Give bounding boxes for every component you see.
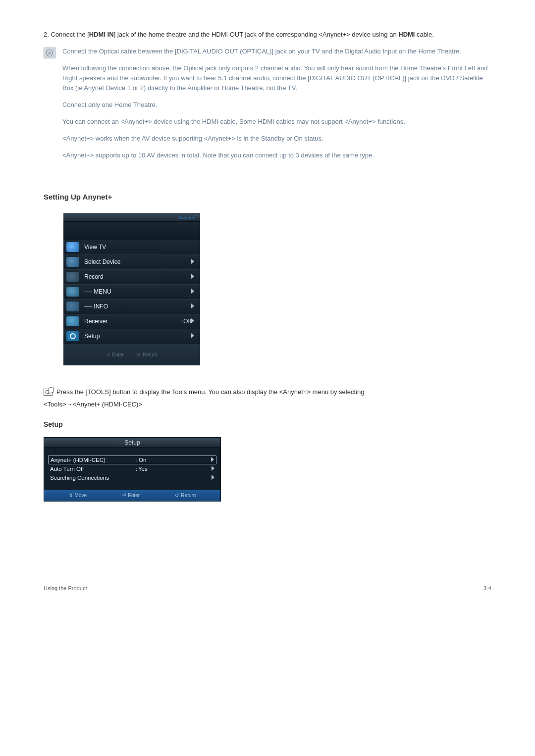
- menu-item-record[interactable]: Record: [63, 269, 200, 284]
- anynet-footer: ⏎Enter ↺Return: [63, 344, 200, 365]
- chevron-right-icon: [211, 457, 214, 463]
- note-item: <Anynet+> works when the AV device suppo…: [62, 134, 491, 144]
- return-icon: ↺: [175, 493, 179, 498]
- menu-item-info[interactable]: ---- INFO: [63, 299, 200, 314]
- menu-item-label: ---- MENU: [84, 288, 191, 295]
- setup-row-auto-turn-off[interactable]: Auto Turn Off : Yes: [48, 464, 216, 473]
- tools-instruction: Press the [TOOLS] button to display the …: [44, 387, 491, 397]
- note-items: Connect the Optical cable between the [D…: [62, 47, 491, 168]
- footer-move-hint: ⇕Move: [69, 493, 87, 498]
- note-item: Connect only one Home Theatre.: [62, 100, 491, 110]
- note-item: Connect the Optical cable between the [D…: [62, 47, 491, 56]
- step-2-text: 2. Connect the [HDMI IN] jack of the hom…: [44, 30, 491, 40]
- record-icon: [66, 272, 79, 282]
- setup-title: Setup: [44, 438, 220, 448]
- footer-return-hint: ↺Return: [175, 493, 196, 498]
- chevron-right-icon: [191, 289, 194, 295]
- note-block: Connect the Optical cable between the [D…: [44, 47, 491, 168]
- tools-path: <Tools>→<Anynet+ (HDMI-CEC)>: [44, 400, 491, 409]
- tv-icon: [66, 242, 79, 252]
- menu-item-receiver[interactable]: Receiver :Off: [63, 314, 200, 329]
- menu-icon: [66, 287, 79, 297]
- footer-enter-hint: ⏎Enter: [106, 352, 124, 357]
- setup-row-value: On: [139, 457, 211, 463]
- anynet-logo-row: Anynet+: [63, 213, 200, 222]
- footer-enter-hint: ⏎Enter: [122, 493, 140, 498]
- colon: :: [134, 457, 139, 463]
- updown-icon: ⇕: [69, 493, 73, 498]
- setup-row-label: Auto Turn Off: [50, 466, 133, 472]
- footer-return-hint: ↺Return: [137, 352, 158, 357]
- setup-row-label: Searching Connections: [50, 475, 133, 481]
- colon: :: [133, 466, 138, 472]
- note-item: You can connect an <Anynet+> device usin…: [62, 117, 491, 127]
- menu-item-label: Setup: [84, 333, 191, 340]
- footer-section-title: Using the Product: [44, 585, 87, 591]
- tools-button-icon: [44, 389, 53, 396]
- setup-footer: ⇕Move ⏎Enter ↺Return: [44, 490, 220, 501]
- menu-item-label: ---- INFO: [84, 303, 191, 310]
- enter-icon: ⏎: [106, 352, 110, 357]
- setup-row-label: Anynet+ (HDMI-CEC): [51, 457, 134, 463]
- enter-icon: ⏎: [122, 493, 126, 498]
- menu-item-label: Record: [84, 273, 191, 280]
- menu-item-view-tv[interactable]: View TV: [63, 240, 200, 254]
- footer-page-number: 3-4: [483, 585, 491, 591]
- section-heading-setting-up-anynet: Setting Up Anynet+: [44, 193, 491, 201]
- chevron-right-icon: [212, 475, 214, 481]
- sub-heading-setup: Setup: [44, 420, 491, 428]
- setup-row-anynet-hdmi-cec[interactable]: Anynet+ (HDMI-CEC) : On: [48, 455, 216, 464]
- return-icon: ↺: [137, 352, 141, 357]
- note-item: When following the connection above, the…: [62, 63, 491, 93]
- setup-osd-panel: Setup Anynet+ (HDMI-CEC) : On Auto Turn …: [44, 437, 221, 502]
- menu-item-select-device[interactable]: Select Device: [63, 254, 200, 269]
- chevron-right-icon: [191, 333, 194, 339]
- chevron-right-icon: [191, 274, 194, 280]
- menu-item-label: Select Device: [84, 258, 191, 265]
- setup-row-searching-connections[interactable]: Searching Connections: [48, 473, 216, 482]
- menu-item-label: Receiver: [84, 318, 176, 325]
- chevron-right-icon: [191, 303, 194, 309]
- note-icon: [44, 48, 55, 58]
- menu-item-menu[interactable]: ---- MENU: [63, 284, 200, 299]
- chevron-right-icon: [191, 259, 194, 265]
- receiver-icon: [66, 316, 79, 326]
- menu-item-setup[interactable]: Setup: [63, 329, 200, 344]
- info-icon: [66, 302, 79, 311]
- setup-spacer: [44, 448, 220, 454]
- anynet-logo: Anynet+: [178, 214, 196, 220]
- setup-body: Anynet+ (HDMI-CEC) : On Auto Turn Off : …: [44, 454, 220, 490]
- gear-icon: [66, 331, 79, 341]
- page-footer: Using the Product 3-4: [44, 581, 491, 591]
- setup-row-value: Yes: [138, 466, 212, 472]
- chevron-right-icon: [191, 318, 194, 324]
- anynet-menu-list: View TV Select Device Record ---- MENU -…: [63, 240, 200, 344]
- tools-text: Press the [TOOLS] button to display the …: [56, 387, 364, 397]
- anynet-spacer: [63, 222, 200, 240]
- device-icon: [66, 257, 79, 267]
- anynet-osd-panel: Anynet+ View TV Select Device Record ---…: [63, 213, 200, 365]
- menu-item-label: View TV: [84, 244, 194, 251]
- chevron-right-icon: [212, 466, 214, 472]
- note-item: <Anynet+> supports up to 10 AV devices i…: [62, 151, 491, 160]
- menu-item-value: :Off: [182, 318, 191, 325]
